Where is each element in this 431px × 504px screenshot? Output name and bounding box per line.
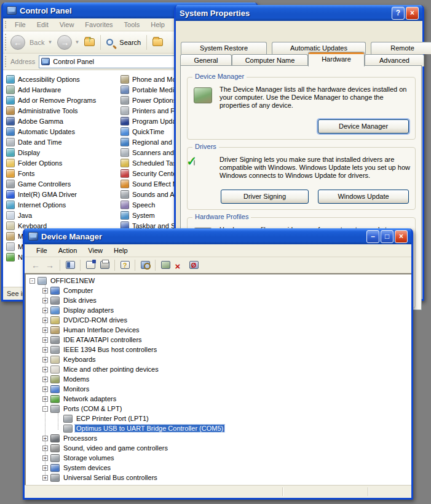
folders-icon[interactable] xyxy=(152,38,163,46)
tab-system-restore[interactable]: System Restore xyxy=(181,42,267,54)
control-panel-item-display[interactable]: Display xyxy=(6,147,123,158)
expand-plus-icon[interactable]: + xyxy=(42,327,48,333)
expand-plus-icon[interactable]: + xyxy=(42,367,48,372)
control-panel-item-folder-options[interactable]: Folder Options xyxy=(6,158,123,168)
print-toolbar-button[interactable] xyxy=(98,259,111,271)
forward-dropdown-icon[interactable]: ▼ xyxy=(74,39,79,45)
control-panel-item-game-controllers[interactable]: Game Controllers xyxy=(6,178,123,189)
tab-hardware[interactable]: Hardware xyxy=(308,52,365,66)
tree-item-network-adapters[interactable]: +Network adapters xyxy=(26,394,411,404)
menu-item-favorites[interactable]: Favorites xyxy=(79,19,118,30)
tab-general[interactable]: General xyxy=(180,54,232,66)
collapse-minus-icon[interactable]: - xyxy=(42,406,48,412)
uninstall-toolbar-button[interactable]: × xyxy=(173,259,186,271)
control-panel-item-internet-options[interactable]: Internet Options xyxy=(6,199,123,210)
minimize-button[interactable]: – xyxy=(366,230,379,243)
control-panel-item-date-and-time[interactable]: Date and Time xyxy=(6,137,123,147)
menu-item-help[interactable]: Help xyxy=(108,245,133,256)
tree-item-dvd-cd-rom-drives[interactable]: +DVD/CD-ROM drives xyxy=(26,315,411,325)
close-button[interactable]: × xyxy=(406,7,419,20)
tree-item-modems[interactable]: +Modems xyxy=(26,374,411,384)
expand-plus-icon[interactable]: + xyxy=(42,436,48,441)
tree-item-disk-drives[interactable]: +Disk drives xyxy=(26,295,411,305)
control-panel-item-intel-r-gma-driver[interactable]: Intel(R) GMA Driver xyxy=(6,189,123,199)
forward-button[interactable]: → xyxy=(57,35,72,50)
tree-item-mice-and-other-pointing-devices[interactable]: +Mice and other pointing devices xyxy=(26,364,411,374)
tree-item-ports-com-lpt[interactable]: -Ports (COM & LPT) xyxy=(26,404,411,414)
search-icon[interactable] xyxy=(106,39,113,46)
menu-item-view[interactable]: View xyxy=(82,245,108,256)
tree-item-office1new[interactable]: -OFFICE1NEW xyxy=(26,276,411,286)
close-button[interactable]: × xyxy=(395,230,408,243)
back-arrow-toolbar-button[interactable]: ← xyxy=(30,259,42,271)
menu-item-action[interactable]: Action xyxy=(53,245,83,256)
expand-plus-icon[interactable]: + xyxy=(42,377,48,382)
tab-computer-name[interactable]: Computer Name xyxy=(232,54,308,66)
menu-item-help[interactable]: Help xyxy=(145,19,170,30)
control-panel-item-add-hardware[interactable]: Add Hardware xyxy=(6,84,123,95)
scheduled-tasks-icon xyxy=(121,159,129,167)
help-button[interactable]: ? xyxy=(392,7,405,20)
up-folder-icon[interactable]: ↑ xyxy=(84,38,95,46)
search-button-label[interactable]: Search xyxy=(119,39,141,46)
tree-item-universal-serial-bus-controllers[interactable]: +Universal Serial Bus controllers xyxy=(26,473,411,482)
control-panel-item-accessibility-options[interactable]: Accessibility Options xyxy=(6,74,123,84)
device-manager-button[interactable]: Device Manager xyxy=(318,119,409,134)
maximize-button[interactable]: □ xyxy=(381,230,393,243)
collapse-minus-icon[interactable]: - xyxy=(30,278,35,284)
expand-plus-icon[interactable]: + xyxy=(42,386,48,392)
expand-plus-icon[interactable]: + xyxy=(42,357,48,362)
tree-item-storage-volumes[interactable]: +Storage volumes xyxy=(26,453,411,463)
expand-plus-icon[interactable]: + xyxy=(42,347,48,353)
tree-item-human-interface-devices[interactable]: +Human Interface Devices xyxy=(26,325,411,335)
tree-item-system-devices[interactable]: +System devices xyxy=(26,463,411,473)
menu-item-tools[interactable]: Tools xyxy=(119,19,146,30)
windows-update-button[interactable]: Windows Update xyxy=(318,190,409,204)
driver-signing-button[interactable]: Driver Signing xyxy=(221,190,309,204)
expand-plus-icon[interactable]: + xyxy=(42,288,48,294)
system-properties-titlebar[interactable]: System Properties ? × xyxy=(176,5,422,21)
disable-toolbar-button[interactable]: Ø xyxy=(188,259,200,271)
tab-remote[interactable]: Remote xyxy=(371,42,431,54)
control-panel-item-java[interactable]: Java xyxy=(6,210,123,220)
menu-item-file[interactable]: File xyxy=(31,245,53,256)
expand-plus-icon[interactable]: + xyxy=(42,455,48,461)
tree-item-ide-ata-atapi-controllers[interactable]: +IDE ATA/ATAPI controllers xyxy=(26,335,411,345)
show-console-tree-toolbar-button[interactable] xyxy=(64,259,76,271)
expand-plus-icon[interactable]: + xyxy=(42,298,48,303)
scan-hardware-toolbar-button[interactable] xyxy=(159,259,172,271)
control-panel-item-automatic-updates[interactable]: Automatic Updates xyxy=(6,126,123,137)
tree-item-ieee-1394-bus-host-controllers[interactable]: +IEEE 1394 Bus host controllers xyxy=(26,345,411,354)
menu-item-view[interactable]: View xyxy=(54,19,80,30)
forward-arrow-toolbar-button[interactable]: → xyxy=(44,259,56,271)
expand-plus-icon[interactable]: + xyxy=(42,475,48,481)
control-panel-item-administrative-tools[interactable]: Administrative Tools xyxy=(6,105,123,116)
tree-item-processors[interactable]: +Processors xyxy=(26,433,411,443)
back-dropdown-icon[interactable]: ▼ xyxy=(47,39,52,45)
expand-plus-icon[interactable]: + xyxy=(42,318,48,323)
expand-plus-icon[interactable]: + xyxy=(42,446,48,451)
expand-plus-icon[interactable]: + xyxy=(42,465,48,471)
tree-item-sound-video-and-game-controllers[interactable]: +Sound, video and game controllers xyxy=(26,443,411,453)
tree-item-computer[interactable]: +Computer xyxy=(26,286,411,295)
control-panel-item-adobe-gamma[interactable]: Adobe Gamma xyxy=(6,116,123,126)
tree-item-ecp-printer-port-lpt1[interactable]: ECP Printer Port (LPT1) xyxy=(26,414,411,423)
properties-toolbar-button[interactable] xyxy=(84,259,97,271)
help-toolbar-button[interactable]: ? xyxy=(119,259,131,271)
menu-item-file[interactable]: File xyxy=(9,19,31,30)
expand-plus-icon[interactable]: + xyxy=(42,396,48,402)
tree-item-label: Computer xyxy=(62,287,94,294)
tab-advanced[interactable]: Advanced xyxy=(365,54,424,66)
control-panel-item-add-or-remove-programs[interactable]: Add or Remove Programs xyxy=(6,95,123,105)
tree-item-keyboards[interactable]: +Keyboards xyxy=(26,354,411,364)
update-driver-toolbar-button[interactable] xyxy=(139,259,151,271)
tree-item-optimus-usb-to-uart-bridge-controller-com5[interactable]: Optimus USB to UART Bridge Controller (C… xyxy=(26,423,411,433)
menu-item-edit[interactable]: Edit xyxy=(31,19,54,30)
control-panel-item-fonts[interactable]: Fonts xyxy=(6,168,123,178)
tree-item-display-adapters[interactable]: +Display adapters xyxy=(26,305,411,315)
back-button[interactable]: ← xyxy=(10,35,25,50)
device-manager-titlebar[interactable]: Device Manager – □ × xyxy=(25,228,411,244)
expand-plus-icon[interactable]: + xyxy=(42,308,48,313)
expand-plus-icon[interactable]: + xyxy=(42,337,48,343)
tree-item-monitors[interactable]: +Monitors xyxy=(26,384,411,394)
